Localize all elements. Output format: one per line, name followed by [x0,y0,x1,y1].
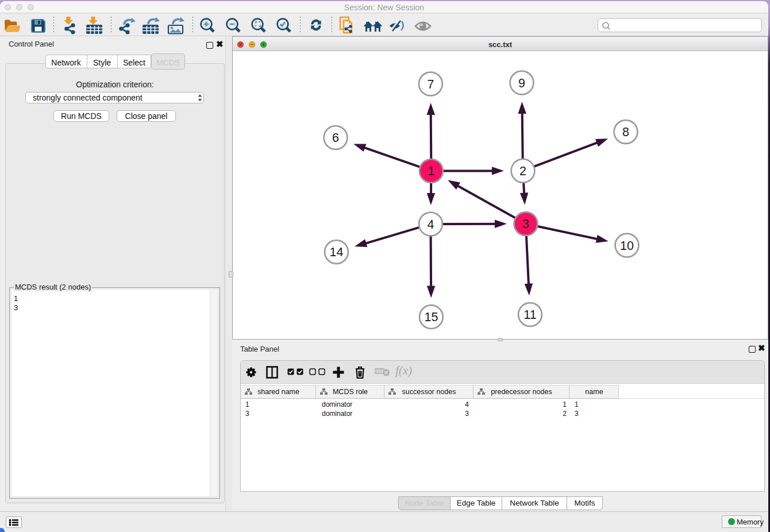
svg-text:15: 15 [424,310,438,324]
svg-text:9: 9 [518,76,525,90]
svg-text:14: 14 [330,245,344,259]
svg-text:6: 6 [332,131,339,145]
svg-text:10: 10 [620,239,634,253]
svg-text:1: 1 [428,164,434,178]
svg-text:11: 11 [523,308,536,322]
svg-text:7: 7 [427,78,434,91]
svg-text:4: 4 [428,218,434,232]
svg-text:2: 2 [519,164,526,178]
svg-text:8: 8 [622,125,629,139]
svg-text:3: 3 [522,217,529,231]
